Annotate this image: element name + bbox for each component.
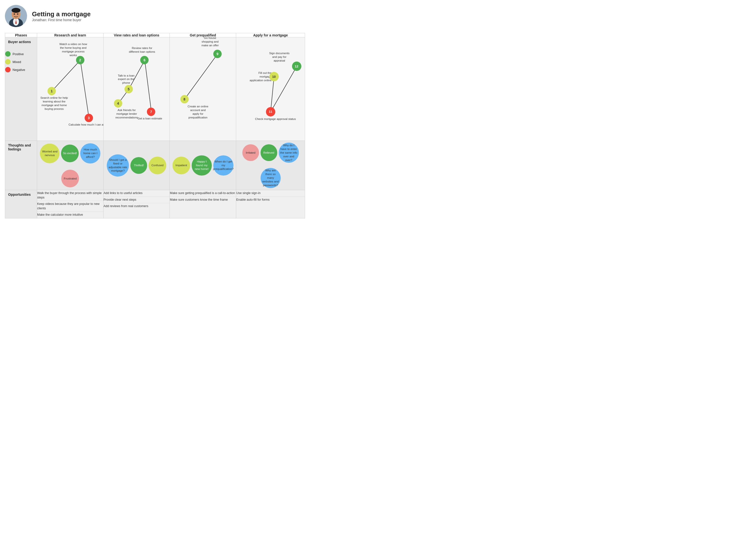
prequalify-opps-list: Make sure getting prequalified is a call… [170, 190, 236, 203]
bubble-relieved: Relieved [261, 144, 277, 161]
thoughts-rates: Should I get a fixed or adjustable rate … [103, 141, 170, 190]
opp-item: Keep videos because they are popular to … [37, 201, 103, 212]
step-9-label: Go houseshopping andmake an offer [195, 36, 225, 47]
buyer-actions-label: Buyer actions [5, 37, 37, 46]
negative-label: Negative [12, 68, 25, 72]
thoughts-prequalify: Impatient Happy I found my new home! Whe… [170, 141, 236, 190]
step-11-circle: 11 [266, 107, 275, 116]
bubble-frustrated: Frustrated [61, 170, 79, 187]
step-5-label: Talk to a loanexpert on thephone [114, 74, 139, 85]
page-subtitle: Jonathan: First time home buyer [32, 18, 90, 22]
step-8-label: Create an onlineaccount andapply forpreq… [182, 105, 214, 119]
bubble-worried: Worried and nervous [40, 144, 60, 163]
buyer-actions-label-cell: Buyer actions Positive Mixed Negative [5, 37, 37, 141]
bubble-excited: So excited! [61, 144, 79, 162]
svg-point-6 [14, 13, 15, 15]
column-headers: Phases Research and learn View rates and… [5, 33, 305, 37]
thoughts-research: Worried and nervous So excited! How much… [37, 141, 103, 190]
phases-header: Phases [5, 33, 37, 37]
negative-dot [5, 67, 10, 72]
step-1-label: Search online for helplearning about the… [38, 96, 70, 111]
positive-dot [5, 51, 10, 57]
journey-map: Phases Research and learn View rates and… [5, 33, 305, 218]
svg-line-9 [80, 60, 89, 118]
opp-item: Enable auto-fill for forms [236, 197, 305, 203]
step-3-circle: 3 [85, 114, 93, 122]
bubble-passwords: Why are there so many websites and passw… [261, 168, 281, 188]
thoughts-apply: Irritated Relieved Why do I have to ente… [236, 141, 305, 190]
step-2-circle: 2 [76, 56, 84, 64]
header-text: Getting a mortgage Jonathan: First time … [32, 10, 90, 22]
bubble-irritated: Irritated [242, 144, 259, 161]
opp-item: Make sure getting prequalified is a call… [170, 190, 236, 197]
opportunities-label: Opportunities [5, 190, 37, 199]
svg-line-12 [145, 60, 151, 112]
opps-research: Walk the buyer through the process with … [37, 190, 103, 218]
step-11-label: Check mortgage approval status [251, 117, 300, 121]
step-12-label: Sign documentsand pay forappraisal [265, 51, 294, 63]
svg-point-5 [11, 8, 21, 13]
bubble-howmuch: How much home can I afford? [80, 143, 100, 164]
thoughts-row: Thoughts and feelings Worried and nervou… [5, 141, 305, 190]
prequalify-chart: 8 Create an onlineaccount andapply forpr… [170, 37, 236, 141]
step-12-circle: 12 [292, 62, 301, 71]
opp-item: Walk the buyer through the process with … [37, 190, 103, 201]
step-4-circle: 4 [114, 99, 122, 108]
apply-header: Apply for a mortgage [236, 33, 305, 37]
step-7-label: Get a loan estimate [134, 117, 166, 120]
buyer-actions-row: Buyer actions Positive Mixed Negative [5, 37, 305, 141]
bubble-when: When do I get my prequalification? [213, 155, 233, 176]
step-1-circle: 1 [47, 87, 56, 95]
positive-label: Positive [12, 52, 24, 56]
mixed-dot [5, 59, 10, 65]
svg-line-8 [52, 60, 80, 91]
bubble-fixed: Should I get a fixed or adjustable rate … [107, 154, 129, 177]
step-9-circle: 9 [213, 50, 222, 58]
apply-opps-list: Use single sign-in Enable auto-fill for … [236, 190, 305, 203]
step-6-label: Review rates fordifferent loan options [126, 46, 158, 54]
bubble-impatient: Impatient [173, 157, 190, 174]
opps-apply: Use single sign-in Enable auto-fill for … [236, 190, 305, 218]
rates-header: View rates and loan options [103, 33, 170, 37]
avatar [5, 5, 27, 27]
bubble-sameinfo: Why do I have to enter the same info ove… [279, 143, 299, 163]
page-header: Getting a mortgage Jonathan: First time … [5, 5, 305, 27]
legend-negative: Negative [5, 67, 37, 72]
research-header: Research and learn [37, 33, 103, 37]
legend-mixed: Mixed [5, 59, 37, 65]
apply-chart: 10 Fill out themortgageapplication onlin… [236, 37, 305, 141]
step-2-label: Watch a video on howthe home buying andm… [59, 42, 88, 57]
opportunities-row: Opportunities Walk the buyer through the… [5, 190, 305, 218]
bubble-confused: Confused [149, 157, 166, 174]
mixed-label: Mixed [12, 60, 21, 64]
thoughts-label-cell: Thoughts and feelings [5, 141, 37, 190]
opp-item: Add reviews from real customers [104, 203, 170, 210]
opps-rates: Add links to to useful articles Provide … [103, 190, 170, 218]
step-10-circle: 10 [269, 72, 279, 81]
page-title: Getting a mortgage [32, 10, 90, 18]
prequalify-bubbles: Impatient Happy I found my new home! Whe… [170, 141, 236, 190]
step-7-circle: 7 [147, 108, 155, 116]
research-bubbles: Worried and nervous So excited! How much… [37, 141, 103, 190]
opp-item: Use single sign-in [236, 190, 305, 197]
prequalify-lines [170, 37, 236, 141]
opp-item: Provide clear next steps [104, 197, 170, 203]
bubble-happy: Happy I found my new home! [192, 155, 212, 176]
apply-bubbles: Irritated Relieved Why do I have to ente… [236, 141, 305, 190]
step-10-label: Fill out themortgageapplication online [242, 71, 272, 82]
rates-bubbles: Should I get a fixed or adjustable rate … [104, 141, 170, 190]
research-opps-list: Walk the buyer through the process with … [37, 190, 103, 218]
opps-prequalify: Make sure getting prequalified is a call… [170, 190, 236, 218]
rates-chart: 4 Ask friends formortgage lenderrecommen… [103, 37, 170, 141]
svg-point-7 [17, 13, 18, 15]
bubble-thrilled: Thrilled! [130, 157, 147, 174]
step-8-circle: 8 [180, 95, 189, 103]
opp-item: Make sure customers know the time frame [170, 197, 236, 203]
opp-item: Make the calculator more intuitive [37, 212, 103, 218]
step-5-circle: 5 [124, 85, 133, 93]
legend-positive: Positive [5, 51, 37, 57]
svg-line-13 [185, 54, 218, 100]
step-6-circle: 6 [140, 56, 149, 64]
thoughts-label: Thoughts and feelings [5, 141, 37, 154]
rates-opps-list: Add links to to useful articles Provide … [104, 190, 170, 210]
